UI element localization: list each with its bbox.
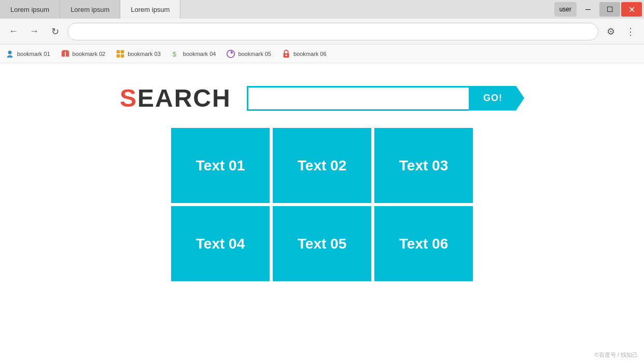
- refresh-button[interactable]: ↻: [47, 23, 63, 40]
- user-button[interactable]: user: [554, 2, 577, 17]
- forward-icon: →: [30, 26, 39, 37]
- bookmark-2-icon: [61, 49, 70, 59]
- nav-right-controls: ⚙ ⋮: [603, 23, 639, 40]
- svg-point-11: [285, 54, 287, 56]
- window-controls: user ─ ☐ ✕: [554, 0, 644, 19]
- bookmark-6[interactable]: bookmark 06: [282, 49, 327, 59]
- grid-cell-3[interactable]: Text 03: [374, 128, 473, 203]
- bookmark-4[interactable]: $ bookmark 04: [171, 49, 216, 59]
- svg-rect-6: [117, 54, 120, 57]
- bookmark-6-icon: [282, 49, 291, 59]
- bookmark-1[interactable]: bookmark 01: [5, 49, 50, 59]
- main-search-wrapper: GO!: [247, 86, 524, 111]
- main-search-input[interactable]: [247, 86, 469, 111]
- bookmark-5[interactable]: bookmark 05: [226, 49, 271, 59]
- back-button[interactable]: ←: [5, 23, 22, 40]
- svg-rect-1: [61, 51, 64, 56]
- tab-1-label: Lorem ipsum: [10, 6, 49, 13]
- grid-cell-5[interactable]: Text 05: [273, 206, 371, 281]
- main-content: SEARCH GO! Text 01 Text 02 Text 03 Text …: [0, 63, 644, 281]
- settings-icon: ⚙: [607, 26, 615, 37]
- minimize-button[interactable]: ─: [578, 2, 598, 17]
- search-title-rest: EARCH: [137, 84, 231, 112]
- svg-rect-5: [121, 50, 124, 53]
- grid-cell-1[interactable]: Text 01: [171, 128, 270, 203]
- more-icon: ⋮: [626, 26, 635, 37]
- forward-button[interactable]: →: [26, 23, 43, 40]
- svg-rect-3: [62, 50, 68, 51]
- search-section: SEARCH GO!: [120, 84, 524, 112]
- search-title: SEARCH: [120, 84, 231, 112]
- svg-rect-4: [117, 50, 120, 53]
- bookmarks-bar: bookmark 01 bookmark 02 bookmark 03 $ bo…: [0, 45, 644, 63]
- svg-rect-2: [65, 51, 68, 56]
- tab-2[interactable]: Lorem ipsum: [60, 0, 120, 19]
- grid-cell-6[interactable]: Text 06: [374, 206, 473, 281]
- svg-rect-7: [121, 54, 124, 57]
- bookmark-3[interactable]: bookmark 03: [116, 49, 161, 59]
- results-grid: Text 01 Text 02 Text 03 Text 04 Text 05 …: [171, 128, 473, 281]
- tab-3[interactable]: Lorem ipsum: [120, 0, 180, 19]
- settings-button[interactable]: ⚙: [603, 23, 619, 40]
- bookmark-4-icon: $: [171, 49, 180, 59]
- grid-cell-4[interactable]: Text 04: [171, 206, 270, 281]
- tab-1[interactable]: Lorem ipsum: [0, 0, 60, 19]
- bookmark-3-icon: [116, 49, 125, 59]
- tab-3-label: Lorem ipsum: [131, 6, 170, 13]
- address-input[interactable]: [67, 23, 598, 40]
- more-button[interactable]: ⋮: [622, 23, 639, 40]
- bookmark-2[interactable]: bookmark 02: [61, 49, 106, 59]
- address-bar-wrapper: 🔍: [67, 23, 598, 40]
- maximize-button[interactable]: ☐: [599, 2, 620, 17]
- tab-2-label: Lorem ipsum: [71, 6, 109, 13]
- go-button[interactable]: GO!: [469, 86, 524, 111]
- footer: ©百度号 / 找知己: [595, 351, 638, 359]
- back-icon: ←: [9, 26, 18, 37]
- close-button[interactable]: ✕: [621, 2, 642, 17]
- search-title-s: S: [120, 84, 137, 112]
- bookmark-1-icon: [5, 49, 15, 59]
- bookmark-5-icon: [226, 49, 235, 59]
- titlebar: Lorem ipsum Lorem ipsum Lorem ipsum user…: [0, 0, 644, 19]
- navbar: ← → ↻ 🔍 ⚙ ⋮: [0, 19, 644, 45]
- grid-cell-2[interactable]: Text 02: [273, 128, 371, 203]
- svg-text:$: $: [172, 51, 176, 58]
- svg-point-0: [8, 50, 11, 54]
- refresh-icon: ↻: [51, 26, 59, 37]
